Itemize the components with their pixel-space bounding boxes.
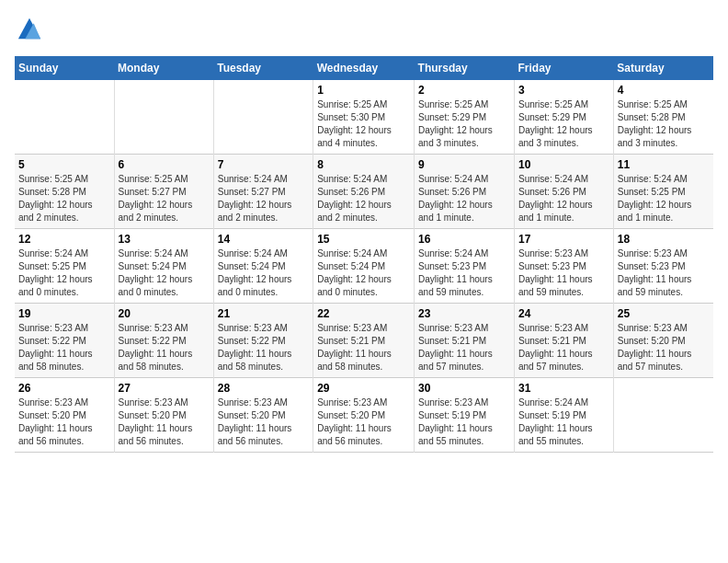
day-info: Sunrise: 5:23 AM Sunset: 5:20 PM Dayligh… xyxy=(18,396,110,448)
calendar-cell: 14Sunrise: 5:24 AM Sunset: 5:24 PM Dayli… xyxy=(213,228,313,303)
logo xyxy=(15,15,42,45)
day-number: 9 xyxy=(418,158,510,171)
day-number: 6 xyxy=(119,158,210,171)
day-info: Sunrise: 5:24 AM Sunset: 5:25 PM Dayligh… xyxy=(18,247,110,299)
calendar-cell: 4Sunrise: 5:25 AM Sunset: 5:28 PM Daylig… xyxy=(613,80,713,155)
calendar-cell: 30Sunrise: 5:23 AM Sunset: 5:19 PM Dayli… xyxy=(415,377,515,452)
day-info: Sunrise: 5:23 AM Sunset: 5:20 PM Dayligh… xyxy=(218,396,309,448)
day-info: Sunrise: 5:23 AM Sunset: 5:21 PM Dayligh… xyxy=(518,322,609,373)
calendar-cell: 28Sunrise: 5:23 AM Sunset: 5:20 PM Dayli… xyxy=(213,377,313,452)
day-info: Sunrise: 5:24 AM Sunset: 5:25 PM Dayligh… xyxy=(618,173,710,224)
day-number: 14 xyxy=(218,233,309,246)
day-number: 21 xyxy=(218,307,309,320)
calendar-cell xyxy=(213,80,313,155)
calendar-cell: 15Sunrise: 5:24 AM Sunset: 5:24 PM Dayli… xyxy=(313,228,415,303)
day-number: 17 xyxy=(518,233,609,246)
header-row: SundayMondayTuesdayWednesdayThursdayFrid… xyxy=(15,56,713,80)
day-info: Sunrise: 5:23 AM Sunset: 5:19 PM Dayligh… xyxy=(418,396,510,448)
day-info: Sunrise: 5:23 AM Sunset: 5:20 PM Dayligh… xyxy=(317,396,410,448)
calendar-week-row: 5Sunrise: 5:25 AM Sunset: 5:28 PM Daylig… xyxy=(15,154,713,228)
day-number: 31 xyxy=(518,382,609,395)
day-number: 11 xyxy=(618,158,710,171)
page-header xyxy=(15,15,713,45)
weekday-header: Sunday xyxy=(15,56,114,80)
calendar-cell: 6Sunrise: 5:25 AM Sunset: 5:27 PM Daylig… xyxy=(114,154,213,228)
day-info: Sunrise: 5:25 AM Sunset: 5:29 PM Dayligh… xyxy=(418,98,510,150)
calendar-table: SundayMondayTuesdayWednesdayThursdayFrid… xyxy=(15,56,713,453)
day-info: Sunrise: 5:23 AM Sunset: 5:21 PM Dayligh… xyxy=(317,322,410,373)
calendar-cell: 27Sunrise: 5:23 AM Sunset: 5:20 PM Dayli… xyxy=(114,377,213,452)
day-number: 10 xyxy=(518,158,609,171)
calendar-cell: 31Sunrise: 5:24 AM Sunset: 5:19 PM Dayli… xyxy=(514,377,613,452)
logo-icon xyxy=(17,15,42,40)
calendar-cell: 29Sunrise: 5:23 AM Sunset: 5:20 PM Dayli… xyxy=(313,377,415,452)
day-number: 1 xyxy=(317,84,410,97)
calendar-cell: 1Sunrise: 5:25 AM Sunset: 5:30 PM Daylig… xyxy=(313,80,415,155)
calendar-cell: 19Sunrise: 5:23 AM Sunset: 5:22 PM Dayli… xyxy=(15,303,114,377)
calendar-cell xyxy=(114,80,213,155)
day-info: Sunrise: 5:24 AM Sunset: 5:26 PM Dayligh… xyxy=(418,173,510,224)
day-number: 28 xyxy=(218,382,309,395)
day-info: Sunrise: 5:23 AM Sunset: 5:21 PM Dayligh… xyxy=(418,322,510,373)
day-info: Sunrise: 5:24 AM Sunset: 5:23 PM Dayligh… xyxy=(418,247,510,299)
day-info: Sunrise: 5:23 AM Sunset: 5:20 PM Dayligh… xyxy=(618,322,710,373)
calendar-cell: 8Sunrise: 5:24 AM Sunset: 5:26 PM Daylig… xyxy=(313,154,415,228)
day-number: 19 xyxy=(18,307,110,320)
calendar-cell: 25Sunrise: 5:23 AM Sunset: 5:20 PM Dayli… xyxy=(613,303,713,377)
weekday-header: Saturday xyxy=(613,56,713,80)
calendar-cell: 16Sunrise: 5:24 AM Sunset: 5:23 PM Dayli… xyxy=(415,228,515,303)
calendar-week-row: 26Sunrise: 5:23 AM Sunset: 5:20 PM Dayli… xyxy=(15,377,713,452)
day-info: Sunrise: 5:25 AM Sunset: 5:30 PM Dayligh… xyxy=(317,98,410,150)
calendar-cell: 7Sunrise: 5:24 AM Sunset: 5:27 PM Daylig… xyxy=(213,154,313,228)
calendar-cell xyxy=(613,377,713,452)
calendar-cell: 9Sunrise: 5:24 AM Sunset: 5:26 PM Daylig… xyxy=(415,154,515,228)
day-info: Sunrise: 5:25 AM Sunset: 5:27 PM Dayligh… xyxy=(119,173,210,224)
day-info: Sunrise: 5:23 AM Sunset: 5:22 PM Dayligh… xyxy=(18,322,110,373)
calendar-cell: 24Sunrise: 5:23 AM Sunset: 5:21 PM Dayli… xyxy=(514,303,613,377)
weekday-header: Monday xyxy=(114,56,213,80)
calendar-cell: 12Sunrise: 5:24 AM Sunset: 5:25 PM Dayli… xyxy=(15,228,114,303)
day-info: Sunrise: 5:23 AM Sunset: 5:22 PM Dayligh… xyxy=(119,322,210,373)
weekday-header: Thursday xyxy=(415,56,515,80)
day-info: Sunrise: 5:24 AM Sunset: 5:27 PM Dayligh… xyxy=(218,173,309,224)
day-number: 29 xyxy=(317,382,410,395)
day-number: 26 xyxy=(18,382,110,395)
calendar-cell: 10Sunrise: 5:24 AM Sunset: 5:26 PM Dayli… xyxy=(514,154,613,228)
day-number: 13 xyxy=(119,233,210,246)
day-info: Sunrise: 5:25 AM Sunset: 5:28 PM Dayligh… xyxy=(618,98,710,150)
calendar-header: SundayMondayTuesdayWednesdayThursdayFrid… xyxy=(15,56,713,80)
day-info: Sunrise: 5:24 AM Sunset: 5:26 PM Dayligh… xyxy=(317,173,410,224)
calendar-body: 1Sunrise: 5:25 AM Sunset: 5:30 PM Daylig… xyxy=(15,80,713,453)
day-info: Sunrise: 5:24 AM Sunset: 5:24 PM Dayligh… xyxy=(119,247,210,299)
calendar-cell: 23Sunrise: 5:23 AM Sunset: 5:21 PM Dayli… xyxy=(415,303,515,377)
day-number: 20 xyxy=(119,307,210,320)
calendar-cell: 17Sunrise: 5:23 AM Sunset: 5:23 PM Dayli… xyxy=(514,228,613,303)
day-number: 4 xyxy=(618,84,710,97)
day-number: 3 xyxy=(518,84,609,97)
calendar-cell: 2Sunrise: 5:25 AM Sunset: 5:29 PM Daylig… xyxy=(415,80,515,155)
weekday-header: Wednesday xyxy=(313,56,415,80)
calendar-cell: 5Sunrise: 5:25 AM Sunset: 5:28 PM Daylig… xyxy=(15,154,114,228)
day-number: 5 xyxy=(18,158,110,171)
weekday-header: Tuesday xyxy=(213,56,313,80)
day-number: 2 xyxy=(418,84,510,97)
day-info: Sunrise: 5:25 AM Sunset: 5:28 PM Dayligh… xyxy=(18,173,110,224)
day-info: Sunrise: 5:23 AM Sunset: 5:22 PM Dayligh… xyxy=(218,322,309,373)
day-info: Sunrise: 5:24 AM Sunset: 5:24 PM Dayligh… xyxy=(317,247,410,299)
day-number: 12 xyxy=(18,233,110,246)
calendar-cell xyxy=(15,80,114,155)
day-number: 15 xyxy=(317,233,410,246)
day-info: Sunrise: 5:24 AM Sunset: 5:19 PM Dayligh… xyxy=(518,396,609,448)
calendar-week-row: 1Sunrise: 5:25 AM Sunset: 5:30 PM Daylig… xyxy=(15,80,713,155)
day-number: 16 xyxy=(418,233,510,246)
day-number: 25 xyxy=(618,307,710,320)
day-number: 30 xyxy=(418,382,510,395)
day-number: 18 xyxy=(618,233,710,246)
calendar-cell: 11Sunrise: 5:24 AM Sunset: 5:25 PM Dayli… xyxy=(613,154,713,228)
day-number: 7 xyxy=(218,158,309,171)
day-info: Sunrise: 5:24 AM Sunset: 5:24 PM Dayligh… xyxy=(218,247,309,299)
day-info: Sunrise: 5:25 AM Sunset: 5:29 PM Dayligh… xyxy=(518,98,609,150)
day-number: 8 xyxy=(317,158,410,171)
weekday-header: Friday xyxy=(514,56,613,80)
day-info: Sunrise: 5:23 AM Sunset: 5:23 PM Dayligh… xyxy=(518,247,609,299)
